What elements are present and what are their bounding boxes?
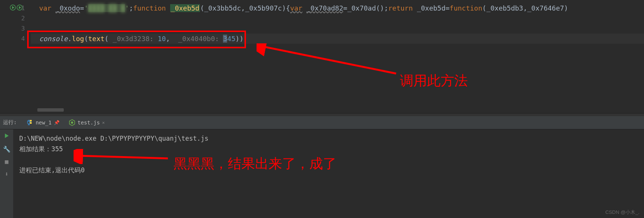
watermark: CSDN @小木_. [606,209,640,216]
terminal-line: D:\NEW\node\node.exe D:\PYPYPYPYYPY\quan… [19,133,638,144]
line-num: 4 [21,35,25,42]
terminal-panel: 🔧 ■ ⬇ D:\NEW\node\node.exe D:\PYPYPYPYYP… [0,129,644,218]
terminal-output[interactable]: D:\NEW\node\node.exe D:\PYPYPYPYYPY\quan… [13,129,644,218]
run-icon[interactable] [10,5,16,11]
wrench-icon[interactable]: 🔧 [3,146,11,153]
tab-test-js[interactable]: test.js ✕ [66,118,108,127]
line-number: 1 [0,3,31,13]
scrollbar-thumb[interactable] [37,108,64,112]
code-editor[interactable]: 1 2 3 4 var _0xodo='████ ██ █';function … [0,0,644,113]
js-icon [69,119,75,126]
code-line-2 [31,13,644,23]
code-area[interactable]: var _0xodo='████ ██ █';function _0xeb5d(… [31,0,644,113]
code-line-1: var _0xodo='████ ██ █';function _0xeb5d(… [31,3,644,13]
tab-label: test.js [78,120,100,126]
tab-label: new_1 [35,120,51,126]
annotation-box [27,31,246,48]
svg-point-2 [71,121,73,124]
terminal-sidebar: 🔧 ■ ⬇ [0,129,13,218]
terminal-line: 进程已结束,退出代码0 [19,165,638,175]
python-icon [26,119,33,126]
tab-new-1[interactable]: new_1 📌 [23,118,62,127]
terminal-line: 相加结果：355 [19,144,638,154]
run-icon[interactable] [17,5,23,11]
panel-separator[interactable] [0,113,644,116]
run-label: 运行: [3,119,17,126]
line-num: 2 [21,15,25,22]
line-num: 3 [21,25,25,32]
close-icon[interactable]: ✕ [102,120,105,125]
gutter: 1 2 3 4 [0,0,31,113]
download-icon[interactable]: ⬇ [5,170,9,178]
pin-icon[interactable]: 📌 [54,120,60,125]
stop-icon[interactable]: ■ [5,158,9,165]
rerun-icon[interactable] [4,132,10,140]
terminal-line [19,154,638,165]
run-tabbar: 运行: new_1 📌 test.js ✕ [0,116,644,129]
